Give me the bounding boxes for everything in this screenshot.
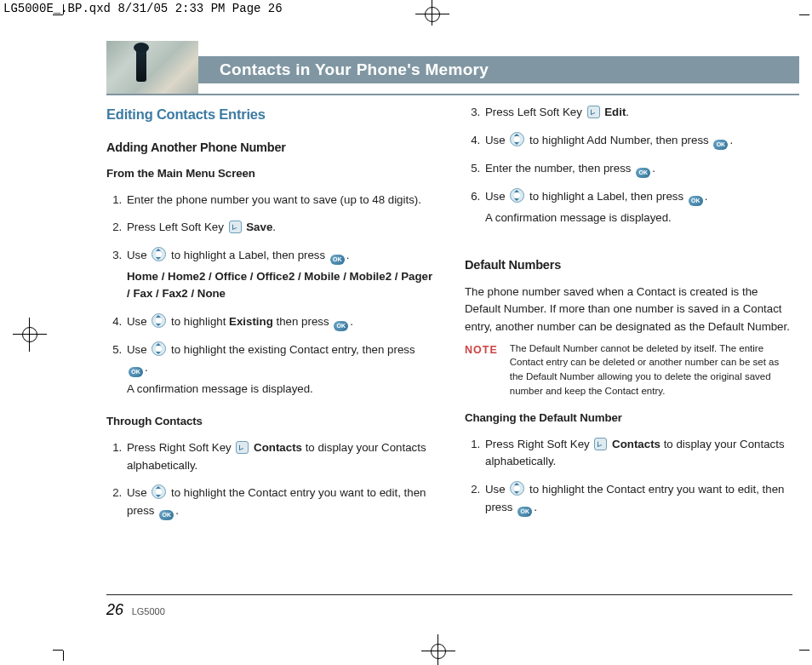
step-bold: Contacts <box>254 441 302 454</box>
ok-icon: OK <box>129 367 143 377</box>
note-text: The Default Number cannot be deleted by … <box>510 341 792 398</box>
nav-icon <box>152 341 166 356</box>
crop-mark <box>63 4 64 14</box>
ok-icon: OK <box>334 321 348 331</box>
step-text: Use <box>485 190 508 203</box>
step-text: Press Left Soft Key <box>127 221 227 233</box>
step: Use to highlight a Label, then press OK.… <box>125 247 434 313</box>
step-text: Enter the number, then press <box>485 162 634 175</box>
step-text: to highlight a Label, then press <box>171 249 329 261</box>
step: Press Right Soft Key Contacts to display… <box>125 439 434 484</box>
steps-from-main-menu: Enter the phone number you want to save … <box>106 192 434 409</box>
step-text: to highlight Add Number, then press <box>529 134 712 146</box>
step-text: Use <box>485 134 508 146</box>
header-photo <box>106 41 198 94</box>
label-options: Home / Home2 / Office / Office2 / Mobile… <box>127 270 432 301</box>
steps-through-contacts: Press Right Soft Key Contacts to display… <box>106 439 434 530</box>
step-bold: Existing <box>229 315 273 328</box>
ok-icon: OK <box>689 196 703 206</box>
softkey-icon <box>587 106 600 118</box>
heading-default-numbers: Default Numbers <box>465 255 792 274</box>
step-bold: Contacts <box>612 438 660 450</box>
step-bold: Save <box>246 221 272 233</box>
ok-icon: OK <box>713 140 728 150</box>
registration-mark <box>13 318 47 352</box>
step: Press Left Soft Key Save. <box>125 219 434 247</box>
step-text: A confirmation message is displayed. <box>485 206 792 227</box>
right-column: Press Left Soft Key Edit. Use to highlig… <box>465 104 792 530</box>
step-text: Enter the phone number you want to save … <box>127 193 421 206</box>
footer-model: LG5000 <box>132 606 165 616</box>
note-label: NOTE <box>465 341 498 398</box>
ok-icon: OK <box>330 255 345 265</box>
paragraph: The phone number saved when a Contact is… <box>465 284 792 336</box>
step-text: Press Left Soft Key <box>485 106 586 118</box>
step-text: A confirmation message is displayed. <box>127 377 434 398</box>
nav-icon <box>152 484 166 499</box>
section-title: Editing Contacts Entries <box>106 104 434 126</box>
steps-through-contacts-cont: Press Left Soft Key Edit. Use to highlig… <box>465 104 792 237</box>
ok-icon: OK <box>159 510 174 520</box>
step: Enter the number, then press OK. <box>483 160 792 188</box>
step-bold: Edit <box>604 106 626 118</box>
heading-through-contacts: Through Contacts <box>106 413 434 431</box>
steps-change-default: Press Right Soft Key Contacts to display… <box>465 436 792 527</box>
step: Use to highlight the Contact entry you w… <box>125 484 434 530</box>
print-slug: LG5000E_.BP.qxd 8/31/05 2:33 PM Page 26 <box>3 2 283 15</box>
step-text: to highlight a Label, then press <box>529 190 687 203</box>
step: Press Right Soft Key Contacts to display… <box>483 436 792 481</box>
step: Use to highlight a Label, then press OK.… <box>483 188 792 238</box>
step: Use to highlight Existing then press OK. <box>125 313 434 341</box>
step-text: Use <box>127 486 150 499</box>
header-rule <box>106 94 799 95</box>
footer: 26 LG5000 <box>106 601 165 619</box>
crop-mark <box>53 14 63 15</box>
page-title: Contacts in Your Phone's Memory <box>198 56 799 83</box>
nav-icon <box>510 188 524 203</box>
nav-icon <box>510 481 524 496</box>
step: Use to highlight the existing Contact en… <box>125 341 434 408</box>
step: Use to highlight Add Number, then press … <box>483 132 792 160</box>
page-number: 26 <box>106 601 123 618</box>
ok-icon: OK <box>636 168 650 178</box>
softkey-icon <box>594 438 607 450</box>
nav-icon <box>152 247 166 261</box>
step: Use to highlight the Contact entry you w… <box>483 481 792 527</box>
heading-from-main-menu: From the Main Menu Screen <box>106 165 434 183</box>
crop-mark <box>799 14 809 15</box>
step-text: to highlight <box>171 315 229 328</box>
step-text: Press Right Soft Key <box>127 441 234 454</box>
step-text: Press Right Soft Key <box>485 438 592 450</box>
crop-mark <box>53 650 63 651</box>
content-columns: Editing Contacts Entries Adding Another … <box>64 104 799 530</box>
step-text: Use <box>485 483 508 496</box>
header: Contacts in Your Phone's Memory <box>64 26 799 83</box>
step-text: to highlight the existing Contact entry,… <box>171 343 415 356</box>
footer-rule <box>106 594 792 595</box>
heading-adding-number: Adding Another Phone Number <box>106 138 434 157</box>
step: Enter the phone number you want to save … <box>125 192 434 220</box>
ok-icon: OK <box>518 507 532 517</box>
page-body: Contacts in Your Phone's Memory Editing … <box>64 26 799 652</box>
step-text: Use <box>127 315 150 328</box>
step-text: then press <box>273 315 332 328</box>
softkey-icon <box>229 221 242 233</box>
crop-mark <box>799 650 809 651</box>
left-column: Editing Contacts Entries Adding Another … <box>106 104 434 530</box>
step-text: Use <box>127 343 150 356</box>
step-text: Use <box>127 249 150 261</box>
note-block: NOTE The Default Number cannot be delete… <box>465 341 792 398</box>
nav-icon <box>152 313 166 328</box>
heading-change-default: Changing the Default Number <box>465 410 792 427</box>
softkey-icon <box>236 441 249 454</box>
nav-icon <box>510 132 524 146</box>
step: Press Left Soft Key Edit. <box>483 104 792 132</box>
